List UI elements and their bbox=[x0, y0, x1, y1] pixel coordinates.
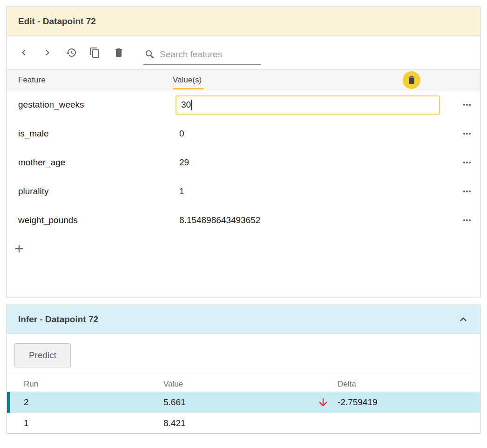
copy-icon bbox=[89, 47, 101, 58]
add-feature-row bbox=[7, 235, 480, 263]
run-column-header: Run bbox=[24, 380, 163, 389]
feature-row-mother-age: mother_age 29 bbox=[7, 148, 480, 177]
infer-panel-title: Infer - Datapoint 72 bbox=[18, 314, 98, 325]
feature-name: plurality bbox=[18, 186, 173, 197]
delta-column-header: Delta bbox=[338, 380, 480, 389]
infer-datapoint-panel: Infer - Datapoint 72 Predict Run Value D… bbox=[7, 305, 480, 434]
feature-name: gestation_weeks bbox=[18, 100, 173, 110]
more-horizontal-icon bbox=[461, 157, 473, 168]
feature-value[interactable]: 29 bbox=[173, 157, 446, 168]
predict-button[interactable]: Predict bbox=[14, 343, 71, 367]
row-more-button[interactable] bbox=[461, 99, 473, 110]
row-more-button[interactable] bbox=[461, 215, 473, 226]
feature-table-header: Feature Value(s) bbox=[7, 69, 480, 90]
delta-value: -2.759419 bbox=[338, 397, 378, 407]
feature-value[interactable]: 8.154898643493652 bbox=[173, 215, 446, 225]
plus-icon bbox=[13, 242, 26, 255]
infer-panel-header: Infer - Datapoint 72 bbox=[7, 305, 480, 334]
delta-cell: -2.759419 bbox=[317, 396, 480, 408]
delete-datapoint-button[interactable] bbox=[113, 47, 124, 58]
run-row-1[interactable]: 1 8.421 bbox=[7, 413, 480, 434]
feature-row-plurality: plurality 1 bbox=[7, 177, 480, 206]
trash-icon bbox=[113, 47, 124, 58]
row-more-button[interactable] bbox=[461, 186, 473, 197]
feature-search-box bbox=[143, 47, 261, 65]
search-features-input[interactable] bbox=[160, 49, 253, 60]
text-cursor bbox=[191, 100, 192, 110]
run-value: 5.661 bbox=[163, 397, 317, 407]
edit-panel-title: Edit - Datapoint 72 bbox=[18, 16, 96, 27]
search-icon bbox=[144, 49, 156, 60]
feature-row-weight-pounds: weight_pounds 8.154898643493652 bbox=[7, 206, 480, 235]
previous-datapoint-button[interactable] bbox=[18, 47, 29, 58]
row-more-button[interactable] bbox=[461, 157, 473, 168]
value-column-header: Value bbox=[163, 380, 317, 389]
more-horizontal-icon bbox=[461, 186, 473, 197]
edit-panel-header: Edit - Datapoint 72 bbox=[7, 7, 480, 36]
trash-icon bbox=[406, 75, 417, 85]
feature-name: weight_pounds bbox=[18, 215, 173, 225]
chevron-left-icon bbox=[18, 47, 29, 58]
input-value: 30 bbox=[181, 100, 191, 110]
chevron-right-icon bbox=[42, 47, 53, 58]
feature-name: is_male bbox=[18, 129, 173, 139]
feature-column-header: Feature bbox=[18, 75, 173, 85]
feature-value[interactable]: 1 bbox=[173, 186, 446, 197]
add-feature-button[interactable] bbox=[13, 242, 26, 255]
arrow-down-icon bbox=[317, 396, 329, 408]
more-horizontal-icon bbox=[461, 215, 473, 226]
chevron-up-icon bbox=[457, 313, 470, 326]
next-datapoint-button[interactable] bbox=[42, 47, 53, 58]
values-column-header: Value(s) bbox=[173, 71, 203, 89]
more-horizontal-icon bbox=[461, 128, 473, 139]
feature-row-gestation-weeks: gestation_weeks 30 bbox=[7, 90, 480, 119]
row-more-button[interactable] bbox=[461, 128, 473, 139]
edit-datapoint-panel: Edit - Datapoint 72 bbox=[7, 7, 480, 298]
more-horizontal-icon bbox=[461, 99, 473, 110]
run-number: 1 bbox=[24, 418, 163, 428]
inference-runs-table: Run Value Delta 2 5.661 -2.759419 1 8.42… bbox=[7, 376, 480, 434]
run-value: 8.421 bbox=[163, 418, 317, 428]
duplicate-datapoint-button[interactable] bbox=[89, 47, 101, 58]
edit-toolbar bbox=[7, 36, 480, 69]
feature-row-is-male: is_male 0 bbox=[7, 119, 480, 148]
feature-value[interactable]: 0 bbox=[173, 129, 446, 139]
restore-icon bbox=[66, 47, 77, 58]
infer-panel-body: Predict Run Value Delta 2 5.661 -2.75941… bbox=[7, 334, 480, 434]
run-number: 2 bbox=[24, 397, 163, 407]
run-row-2[interactable]: 2 5.661 -2.759419 bbox=[7, 392, 480, 413]
delete-feature-button[interactable] bbox=[403, 71, 420, 89]
feature-name: mother_age bbox=[18, 157, 173, 168]
collapse-panel-button[interactable] bbox=[457, 313, 470, 326]
runs-table-header: Run Value Delta bbox=[7, 376, 480, 392]
restore-datapoint-button[interactable] bbox=[66, 47, 77, 58]
gestation-weeks-value-input[interactable]: 30 bbox=[176, 95, 440, 115]
